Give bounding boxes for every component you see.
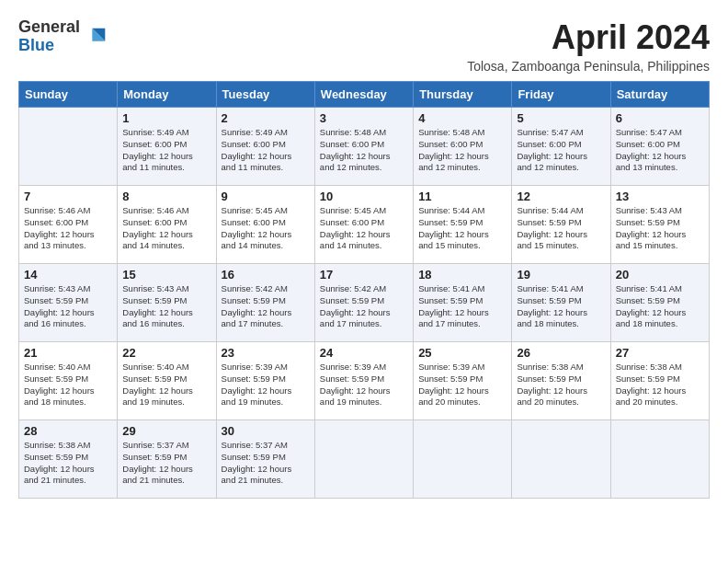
logo-blue: Blue [18, 36, 54, 54]
day-number: 27 [616, 346, 704, 360]
calendar-cell: 22Sunrise: 5:40 AM Sunset: 5:59 PM Dayli… [118, 342, 216, 420]
calendar-cell: 9Sunrise: 5:45 AM Sunset: 6:00 PM Daylig… [216, 186, 314, 264]
day-number: 5 [517, 111, 605, 125]
day-number: 20 [616, 268, 704, 282]
calendar-week-row: 1Sunrise: 5:49 AM Sunset: 6:00 PM Daylig… [19, 108, 710, 186]
calendar-week-row: 7Sunrise: 5:46 AM Sunset: 6:00 PM Daylig… [19, 186, 710, 264]
calendar-cell: 3Sunrise: 5:48 AM Sunset: 6:00 PM Daylig… [314, 108, 413, 186]
calendar-cell: 2Sunrise: 5:49 AM Sunset: 6:00 PM Daylig… [216, 108, 314, 186]
calendar-cell: 16Sunrise: 5:42 AM Sunset: 5:59 PM Dayli… [216, 264, 314, 342]
day-info: Sunrise: 5:38 AM Sunset: 5:59 PM Dayligh… [616, 362, 704, 408]
logo: General Blue [18, 18, 109, 55]
day-number: 23 [222, 346, 310, 360]
logo-icon [84, 24, 109, 50]
day-info: Sunrise: 5:39 AM Sunset: 5:59 PM Dayligh… [222, 362, 310, 408]
calendar-cell: 7Sunrise: 5:46 AM Sunset: 6:00 PM Daylig… [19, 186, 118, 264]
calendar-cell: 18Sunrise: 5:41 AM Sunset: 5:59 PM Dayli… [414, 264, 512, 342]
day-info: Sunrise: 5:45 AM Sunset: 6:00 PM Dayligh… [222, 205, 310, 252]
calendar-cell [512, 420, 610, 499]
day-number: 21 [24, 346, 112, 360]
day-number: 30 [222, 424, 310, 438]
day-number: 29 [122, 424, 210, 438]
day-info: Sunrise: 5:37 AM Sunset: 5:59 PM Dayligh… [122, 440, 210, 487]
day-info: Sunrise: 5:41 AM Sunset: 5:59 PM Dayligh… [418, 283, 506, 330]
calendar-cell: 13Sunrise: 5:43 AM Sunset: 5:59 PM Dayli… [610, 186, 709, 264]
day-info: Sunrise: 5:41 AM Sunset: 5:59 PM Dayligh… [517, 283, 605, 330]
day-number: 19 [517, 268, 605, 282]
calendar-cell [314, 420, 413, 499]
day-info: Sunrise: 5:40 AM Sunset: 5:59 PM Dayligh… [24, 362, 112, 408]
day-number: 18 [418, 268, 506, 282]
calendar-cell: 30Sunrise: 5:37 AM Sunset: 5:59 PM Dayli… [216, 420, 314, 499]
day-info: Sunrise: 5:40 AM Sunset: 5:59 PM Dayligh… [122, 362, 210, 408]
day-info: Sunrise: 5:39 AM Sunset: 5:59 PM Dayligh… [418, 362, 506, 408]
calendar-cell: 5Sunrise: 5:47 AM Sunset: 6:00 PM Daylig… [512, 108, 610, 186]
day-info: Sunrise: 5:48 AM Sunset: 6:00 PM Dayligh… [418, 127, 506, 174]
day-number: 9 [222, 190, 310, 203]
calendar-cell: 19Sunrise: 5:41 AM Sunset: 5:59 PM Dayli… [512, 264, 610, 342]
weekday-header: Saturday [610, 82, 709, 108]
day-number: 25 [418, 346, 506, 360]
day-info: Sunrise: 5:47 AM Sunset: 6:00 PM Dayligh… [616, 127, 704, 174]
day-number: 3 [320, 111, 408, 125]
calendar-table: SundayMondayTuesdayWednesdayThursdayFrid… [18, 81, 710, 499]
day-info: Sunrise: 5:46 AM Sunset: 6:00 PM Dayligh… [122, 205, 210, 252]
day-info: Sunrise: 5:45 AM Sunset: 6:00 PM Dayligh… [320, 205, 408, 252]
day-number: 17 [320, 268, 408, 282]
calendar-cell: 12Sunrise: 5:44 AM Sunset: 5:59 PM Dayli… [512, 186, 610, 264]
day-number: 2 [222, 111, 310, 125]
weekday-header: Tuesday [216, 82, 314, 108]
day-number: 8 [122, 190, 210, 203]
day-number: 6 [616, 111, 704, 125]
calendar-cell: 8Sunrise: 5:46 AM Sunset: 6:00 PM Daylig… [118, 186, 216, 264]
day-number: 24 [320, 346, 408, 360]
weekday-header: Monday [118, 82, 216, 108]
day-info: Sunrise: 5:38 AM Sunset: 5:59 PM Dayligh… [517, 362, 605, 408]
calendar-cell: 26Sunrise: 5:38 AM Sunset: 5:59 PM Dayli… [512, 342, 610, 420]
day-number: 4 [418, 111, 506, 125]
day-info: Sunrise: 5:47 AM Sunset: 6:00 PM Dayligh… [517, 127, 605, 174]
calendar-cell [610, 420, 709, 499]
weekday-header: Wednesday [314, 82, 413, 108]
day-info: Sunrise: 5:42 AM Sunset: 5:59 PM Dayligh… [320, 283, 408, 330]
day-number: 12 [517, 190, 605, 203]
day-number: 10 [320, 190, 408, 203]
calendar-cell: 28Sunrise: 5:38 AM Sunset: 5:59 PM Dayli… [19, 420, 118, 499]
title-area: April 2024 Tolosa, Zamboanga Peninsula, … [467, 18, 710, 74]
day-info: Sunrise: 5:43 AM Sunset: 5:59 PM Dayligh… [24, 283, 112, 330]
calendar-cell: 4Sunrise: 5:48 AM Sunset: 6:00 PM Daylig… [414, 108, 512, 186]
day-number: 26 [517, 346, 605, 360]
calendar-week-row: 21Sunrise: 5:40 AM Sunset: 5:59 PM Dayli… [19, 342, 710, 420]
day-number: 13 [616, 190, 704, 203]
day-info: Sunrise: 5:49 AM Sunset: 6:00 PM Dayligh… [122, 127, 210, 174]
calendar-week-row: 28Sunrise: 5:38 AM Sunset: 5:59 PM Dayli… [19, 420, 710, 499]
day-number: 11 [418, 190, 506, 203]
day-number: 7 [24, 190, 112, 203]
day-info: Sunrise: 5:46 AM Sunset: 6:00 PM Dayligh… [24, 205, 112, 252]
calendar-cell: 17Sunrise: 5:42 AM Sunset: 5:59 PM Dayli… [314, 264, 413, 342]
day-number: 22 [122, 346, 210, 360]
calendar-week-row: 14Sunrise: 5:43 AM Sunset: 5:59 PM Dayli… [19, 264, 710, 342]
weekday-header: Sunday [19, 82, 118, 108]
weekday-header: Friday [512, 82, 610, 108]
calendar-cell: 11Sunrise: 5:44 AM Sunset: 5:59 PM Dayli… [414, 186, 512, 264]
calendar-cell: 21Sunrise: 5:40 AM Sunset: 5:59 PM Dayli… [19, 342, 118, 420]
weekday-header: Thursday [414, 82, 512, 108]
calendar-cell: 23Sunrise: 5:39 AM Sunset: 5:59 PM Dayli… [216, 342, 314, 420]
calendar-cell: 6Sunrise: 5:47 AM Sunset: 6:00 PM Daylig… [610, 108, 709, 186]
day-info: Sunrise: 5:44 AM Sunset: 5:59 PM Dayligh… [418, 205, 506, 252]
day-info: Sunrise: 5:49 AM Sunset: 6:00 PM Dayligh… [222, 127, 310, 174]
calendar-cell: 25Sunrise: 5:39 AM Sunset: 5:59 PM Dayli… [414, 342, 512, 420]
calendar-cell: 24Sunrise: 5:39 AM Sunset: 5:59 PM Dayli… [314, 342, 413, 420]
calendar-cell: 10Sunrise: 5:45 AM Sunset: 6:00 PM Dayli… [314, 186, 413, 264]
day-info: Sunrise: 5:38 AM Sunset: 5:59 PM Dayligh… [24, 440, 112, 487]
calendar-cell: 20Sunrise: 5:41 AM Sunset: 5:59 PM Dayli… [610, 264, 709, 342]
day-number: 14 [24, 268, 112, 282]
day-info: Sunrise: 5:43 AM Sunset: 5:59 PM Dayligh… [122, 283, 210, 330]
calendar-cell: 1Sunrise: 5:49 AM Sunset: 6:00 PM Daylig… [118, 108, 216, 186]
calendar-cell [414, 420, 512, 499]
day-number: 16 [222, 268, 310, 282]
calendar-cell: 14Sunrise: 5:43 AM Sunset: 5:59 PM Dayli… [19, 264, 118, 342]
day-info: Sunrise: 5:44 AM Sunset: 5:59 PM Dayligh… [517, 205, 605, 252]
location-title: Tolosa, Zamboanga Peninsula, Philippines [467, 59, 710, 74]
